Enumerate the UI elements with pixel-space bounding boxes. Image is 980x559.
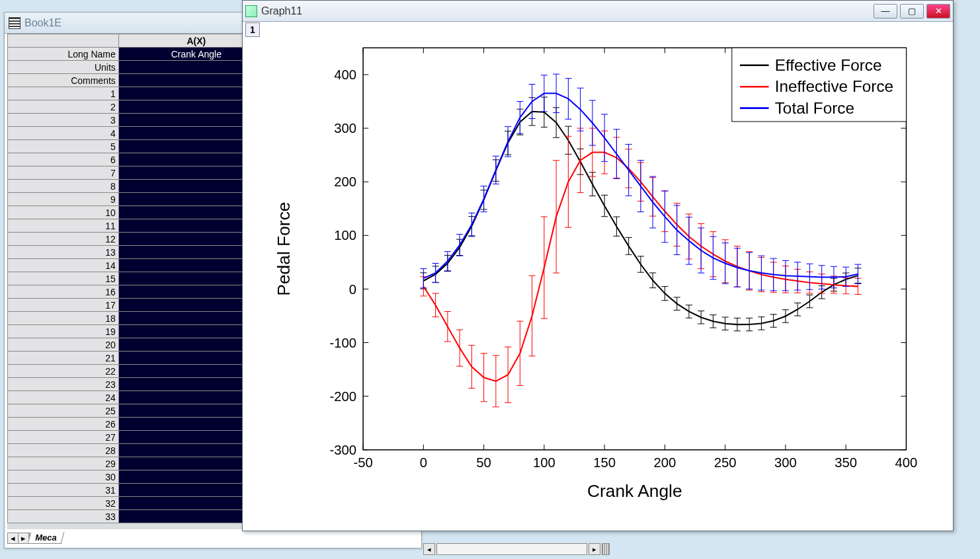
- row-header[interactable]: 11: [8, 219, 119, 233]
- row-header[interactable]: 12: [8, 233, 119, 246]
- row-header[interactable]: 29: [8, 457, 119, 470]
- row-header[interactable]: 19: [8, 325, 119, 338]
- longname-row-header[interactable]: Long Name: [8, 48, 119, 61]
- svg-text:Crank Angle: Crank Angle: [587, 481, 682, 501]
- row-header[interactable]: 7: [8, 167, 119, 180]
- row-header[interactable]: 1: [8, 87, 119, 100]
- svg-text:200: 200: [653, 455, 676, 470]
- sheet-tab[interactable]: Meca: [28, 532, 64, 544]
- svg-text:0: 0: [420, 455, 427, 470]
- row-header[interactable]: 8: [8, 180, 119, 193]
- row-header[interactable]: 10: [8, 206, 119, 219]
- svg-text:Pedal Force: Pedal Force: [274, 202, 294, 296]
- row-header[interactable]: 30: [8, 470, 119, 484]
- svg-text:200: 200: [334, 174, 356, 189]
- row-header[interactable]: 16: [8, 285, 119, 299]
- chart-svg: -50050100150200250300350400-300-200-1000…: [263, 27, 933, 511]
- row-header[interactable]: 4: [8, 127, 119, 140]
- comments-row-header[interactable]: Comments: [8, 74, 119, 87]
- close-icon: ✕: [935, 6, 942, 16]
- row-header[interactable]: 5: [8, 140, 119, 153]
- svg-text:50: 50: [476, 455, 491, 470]
- worksheet-title: Book1E: [24, 17, 61, 29]
- row-header[interactable]: 15: [8, 272, 119, 285]
- row-header[interactable]: 33: [8, 510, 119, 523]
- row-header[interactable]: 22: [8, 365, 119, 378]
- maximize-button[interactable]: ▢: [900, 4, 924, 19]
- row-header[interactable]: 32: [8, 497, 119, 510]
- corner-cell[interactable]: [8, 34, 119, 48]
- svg-text:Total Force: Total Force: [775, 99, 854, 117]
- plot-area[interactable]: -50050100150200250300350400-300-200-1000…: [263, 27, 933, 511]
- row-header[interactable]: 17: [8, 299, 119, 312]
- scroll-right-button[interactable]: ▸: [589, 543, 600, 555]
- svg-text:-200: -200: [329, 389, 356, 404]
- row-header[interactable]: 24: [8, 391, 119, 404]
- close-button[interactable]: ✕: [926, 4, 950, 19]
- window-buttons: — ▢ ✕: [874, 4, 950, 19]
- sheet-nav-prev[interactable]: ◂: [8, 533, 19, 543]
- svg-text:400: 400: [895, 455, 918, 470]
- svg-text:-50: -50: [353, 455, 372, 470]
- row-header[interactable]: 31: [8, 484, 119, 497]
- svg-text:100: 100: [533, 455, 555, 470]
- graph-title: Graph11: [261, 5, 302, 17]
- svg-text:400: 400: [334, 67, 356, 82]
- row-header[interactable]: 27: [8, 431, 119, 444]
- row-header[interactable]: 3: [8, 114, 119, 127]
- svg-text:-100: -100: [329, 336, 356, 350]
- resize-grip[interactable]: [602, 543, 610, 555]
- row-header[interactable]: 9: [8, 193, 119, 206]
- sheet-nav: ◂ ▸: [7, 533, 30, 544]
- svg-text:Effective Force: Effective Force: [775, 56, 882, 74]
- svg-text:-300: -300: [329, 443, 356, 457]
- horizontal-scrollbar: ◂ ▸: [423, 543, 610, 555]
- svg-text:Ineffective Force: Ineffective Force: [775, 77, 893, 95]
- svg-text:300: 300: [334, 121, 356, 135]
- graph-icon: [245, 5, 257, 17]
- row-header[interactable]: 18: [8, 312, 119, 325]
- minimize-button[interactable]: —: [874, 4, 897, 19]
- scroll-track[interactable]: [436, 543, 587, 555]
- maximize-icon: ▢: [908, 6, 916, 16]
- row-header[interactable]: 13: [8, 246, 119, 259]
- worksheet-icon: [9, 17, 20, 29]
- row-header[interactable]: 6: [8, 153, 119, 167]
- layer-tab[interactable]: 1: [245, 22, 260, 37]
- row-header[interactable]: 28: [8, 444, 119, 457]
- scroll-left-button[interactable]: ◂: [423, 543, 435, 555]
- sheet-tabs: ◂ ▸ Meca: [7, 531, 63, 545]
- row-header[interactable]: 21: [8, 352, 119, 365]
- row-header[interactable]: 20: [8, 338, 119, 352]
- row-header[interactable]: 14: [8, 259, 119, 272]
- svg-text:350: 350: [835, 455, 857, 470]
- svg-text:150: 150: [593, 455, 616, 470]
- row-header[interactable]: 23: [8, 378, 119, 391]
- svg-text:300: 300: [774, 455, 797, 470]
- units-row-header[interactable]: Units: [8, 61, 119, 74]
- minimize-icon: —: [881, 6, 890, 16]
- svg-text:0: 0: [349, 282, 356, 297]
- svg-text:100: 100: [334, 228, 356, 242]
- graph-window: Graph11 — ▢ ✕ 1 -50050100150200250300350…: [242, 0, 954, 531]
- row-header[interactable]: 2: [8, 100, 119, 114]
- row-header[interactable]: 26: [8, 418, 119, 431]
- graph-titlebar[interactable]: Graph11 — ▢ ✕: [243, 1, 953, 22]
- svg-text:250: 250: [714, 455, 737, 470]
- row-header[interactable]: 25: [8, 404, 119, 418]
